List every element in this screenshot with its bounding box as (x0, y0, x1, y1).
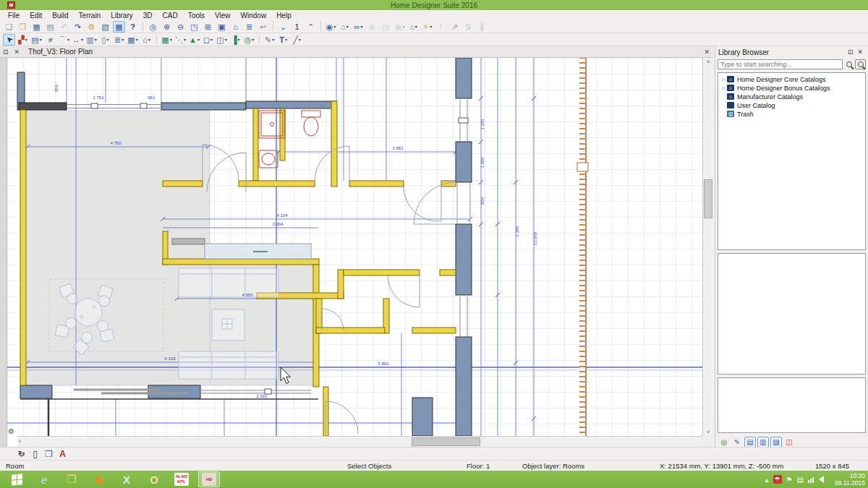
tray-avira-icon[interactable]: ☂ (773, 475, 782, 484)
edit-area-icon[interactable]: ▧ (99, 21, 111, 33)
line-tools-icon[interactable]: ╱▾ (291, 34, 303, 46)
select-objects-icon[interactable]: ➤ (3, 34, 15, 46)
tray-volume-icon[interactable] (819, 476, 824, 483)
sprinkler-tools-icon[interactable]: ◻▾ (202, 34, 214, 46)
taskbar-excel[interactable]: X (116, 471, 137, 487)
doll-house-view-icon[interactable]: ⌂▾ (339, 21, 351, 33)
lib-item-trash[interactable]: ▥Trash (721, 110, 865, 118)
cad-tools-icon[interactable]: ✎▾ (263, 34, 276, 46)
menu-edit[interactable]: Edit (25, 12, 47, 20)
undo-icon[interactable]: ↶ (58, 21, 70, 33)
expand-view-icon[interactable]: ▣ (216, 21, 228, 33)
redo-icon[interactable]: ↷ (72, 21, 84, 33)
fill-window-icon[interactable]: ⊞ (202, 21, 214, 33)
expander-icon[interactable]: ▷ (721, 77, 727, 82)
taskbar-internet-explorer[interactable]: e (33, 471, 55, 487)
print-icon[interactable]: ▤ (44, 21, 56, 33)
scroll-left-icon[interactable]: ‹ (19, 437, 21, 445)
menu-cad[interactable]: CAD (158, 12, 183, 20)
floor-up-icon[interactable]: ⌃ (305, 21, 317, 33)
fence-tools-icon[interactable]: ◫▾ (216, 34, 228, 46)
print-view-disabled-icon[interactable]: ▤ (380, 21, 392, 33)
dock-icon[interactable]: ⊡ (0, 48, 12, 56)
roof-tools-icon[interactable]: ⌂▾ (140, 34, 153, 46)
menu-3d[interactable]: 3D (138, 12, 158, 20)
library-close-icon[interactable]: ✕ (855, 48, 865, 56)
core-content-icon[interactable]: ◫ (783, 437, 795, 448)
taskbar-clock[interactable]: 10:20 08.11.2015 (835, 472, 865, 487)
menu-file[interactable]: File (3, 12, 25, 20)
menu-view[interactable]: View (210, 12, 236, 20)
cabinet-tool-icon[interactable]: ❐ (43, 448, 55, 460)
arc-tools-icon[interactable]: ⌒▾ (58, 34, 70, 46)
tray-network-icon[interactable] (808, 476, 814, 483)
help-icon[interactable]: ? (127, 21, 139, 33)
advanced-search-icon[interactable] (855, 59, 866, 69)
door-tool-icon[interactable]: ▯ (29, 448, 41, 460)
tray-show-hidden-icon[interactable]: ▴ (765, 476, 769, 484)
wall-break-icon[interactable]: ≠ (44, 34, 56, 46)
menu-library[interactable]: Library (106, 12, 138, 20)
vertical-scrollbar[interactable]: ˄ ˅ (702, 58, 713, 436)
wrench-icon[interactable]: ⚙ (85, 21, 98, 33)
menu-tools[interactable]: Tools (183, 12, 210, 20)
start-button[interactable] (6, 471, 27, 487)
hscroll-thumb[interactable] (412, 437, 480, 446)
layers-icon[interactable]: ≣ (243, 21, 255, 33)
pane-layout-1-icon[interactable]: ▤ (744, 437, 756, 448)
tab-floor-plan[interactable]: Thof_V3: Floor Plan (28, 48, 93, 56)
cabinet-tools-icon[interactable]: ▥▾ (85, 34, 98, 46)
sun-light-icon[interactable]: ☀▾ (421, 21, 433, 33)
taskbar-alno-kpl[interactable]: ALNOKPL (171, 471, 192, 487)
dimension-tools-icon[interactable]: ↔▾ (72, 34, 84, 46)
fixture-tools-icon[interactable]: ≣▾ (113, 34, 125, 46)
wreath-tools-icon[interactable]: ◎▾ (243, 34, 255, 46)
camera-view-icon[interactable]: ◉▾ (325, 21, 337, 33)
filter-search-icon[interactable]: ◎ (718, 437, 730, 448)
pane-layout-2-icon[interactable]: ▥ (757, 437, 769, 448)
wall-tools-icon[interactable]: ▤▾ (30, 34, 43, 46)
taskbar-home-designer[interactable]: HD (198, 471, 220, 487)
zoom-icon[interactable]: ◎ (147, 21, 159, 33)
next-command-button[interactable]: ↻next (15, 448, 27, 460)
display-options-icon[interactable]: ▦ (113, 21, 125, 33)
scroll-down-icon[interactable]: ˅ (703, 429, 713, 435)
plant-tools-icon[interactable]: ▲▾ (188, 34, 200, 46)
menu-window[interactable]: Window (236, 12, 272, 20)
parallel-icon[interactable]: ∥ (476, 21, 488, 33)
spray-disabled-icon[interactable]: ⌇ (435, 21, 447, 33)
s-curve-icon[interactable]: S (462, 21, 475, 33)
undo-zoom-icon[interactable]: ◳ (188, 21, 200, 33)
tab-close-icon[interactable]: ✕ (704, 48, 710, 56)
lib-item-user-catalog[interactable]: User Catalog (721, 101, 865, 109)
gear-icon[interactable]: ⚙ (8, 427, 14, 435)
terrain-tools-icon[interactable]: ▦▾ (161, 34, 173, 46)
floor-plan-canvas[interactable]: 4 750 4 104 3 994 3 981 6 100 4 950 3 89… (7, 58, 702, 436)
lib-item-core-catalogs[interactable]: ▷⌂Home Designer Core Catalogs (721, 75, 865, 83)
zoom-in-icon[interactable]: ⊕ (161, 21, 173, 33)
text-tools-icon[interactable]: T▾ (277, 34, 289, 46)
adjust-arrow-icon[interactable]: ⇗ (448, 21, 461, 33)
garden-bed-tools-icon[interactable]: ▐▾ (229, 34, 242, 46)
lib-item-manufacturer-catalogs[interactable]: ⌂Manufacturer Catalogs (721, 93, 865, 100)
new-plan-icon[interactable]: ❏ (3, 21, 15, 33)
open-plan-icon[interactable]: ❒ (17, 21, 29, 33)
library-dock-icon[interactable]: ⊡ (846, 48, 856, 56)
tray-display-icon[interactable]: ▤ (797, 476, 804, 484)
floor-number[interactable]: 1 (291, 21, 303, 33)
search-icon[interactable] (843, 59, 854, 69)
floor-down-icon[interactable]: ⌄ (277, 21, 289, 33)
taskbar-firefox[interactable]: ◉ (88, 471, 110, 487)
road-tools-icon[interactable]: ⋱▾ (174, 34, 187, 46)
save-plan-icon[interactable]: ▦ (30, 21, 43, 33)
vscroll-thumb[interactable] (704, 179, 712, 218)
taskbar-file-explorer[interactable]: ❒ (61, 471, 82, 487)
find-plan-icon[interactable]: ∞▾ (352, 21, 365, 33)
taskbar-outlook[interactable]: O (143, 471, 165, 487)
scroll-up-icon[interactable]: ˄ (703, 59, 713, 65)
zoom-out-icon[interactable]: ⊖ (174, 21, 187, 33)
library-search-input[interactable] (718, 59, 843, 69)
back-view-icon[interactable]: ↩ (257, 21, 269, 33)
pane-layout-3-icon[interactable]: ▨ (770, 437, 782, 448)
picture-disabled-icon[interactable]: ▣▾ (393, 21, 406, 33)
